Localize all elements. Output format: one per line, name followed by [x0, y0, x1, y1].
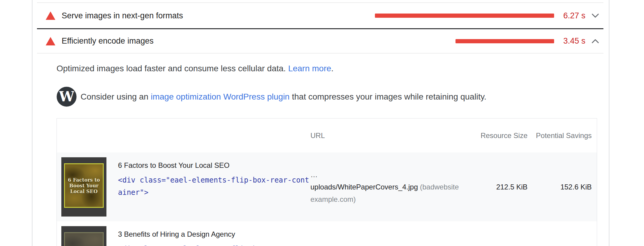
lighthouse-audit-panel: Serve images in next-gen formats 6.27 s … [0, 0, 644, 246]
learn-more-link[interactable]: Learn more [288, 64, 331, 73]
thumbnail-cell: 6 Factors to Boost Your Local SEO [57, 221, 118, 246]
audit-description: Optimized images load faster and consume… [57, 63, 597, 74]
header-resource-size: Resource Size [461, 118, 536, 153]
savings-table: URL Resource Size Potential Savings 6 Fa… [57, 118, 597, 246]
url-cell: … uploads/WhitePaperCovers_4.jpg (badweb… [311, 152, 461, 221]
panel-left-border [32, 0, 32, 246]
sparkline-bar [375, 14, 554, 18]
chevron-down-icon[interactable] [591, 13, 600, 18]
header-thumbnail [57, 118, 118, 153]
audit-list: Serve images in next-gen formats 6.27 s … [37, 2, 603, 54]
image-thumbnail: 6 Factors to Boost Your Local SEO [61, 157, 106, 217]
header-spacer [118, 118, 311, 153]
audit-row-serve-images-next-gen[interactable]: Serve images in next-gen formats 6.27 s [37, 3, 603, 28]
header-url: URL [311, 118, 461, 153]
row-title: 6 Factors to Boost Your Local SEO [118, 159, 311, 171]
potential-savings-cell [536, 221, 597, 246]
panel-right-border [609, 0, 609, 246]
wordpress-icon: W [57, 87, 77, 107]
sparkline-bar [455, 39, 554, 43]
sparkline [375, 39, 554, 43]
warning-triangle-icon [46, 11, 55, 20]
resource-size-cell: 212.5 KiB [461, 152, 536, 221]
url-ellipsis: … [311, 168, 459, 181]
potential-savings-cell: 152.6 KiB [536, 152, 597, 221]
description-text: Optimized images load faster and consume… [57, 64, 288, 73]
svg-text:W: W [59, 88, 75, 105]
row-code-snippet: <div class="eael-elements-flip-box-rear-… [118, 174, 311, 199]
audit-title: Serve images in next-gen formats [62, 11, 183, 20]
thumbnail-caption: 6 Factors to Boost Your Local SEO [67, 177, 101, 194]
wordpress-plugin-link[interactable]: image optimization WordPress plugin [151, 92, 290, 101]
warning-triangle-icon [46, 37, 55, 45]
recommendation-text: Consider using an image optimization Wor… [81, 91, 486, 102]
title-cell: 6 Factors to Boost Your Local SEO <div c… [118, 152, 311, 221]
table-header-row: URL Resource Size Potential Savings [57, 118, 597, 153]
url-cell: … [311, 221, 461, 246]
description-period: . [331, 64, 334, 73]
url-ellipsis: … [311, 239, 459, 246]
chevron-up-icon[interactable] [591, 38, 600, 44]
audit-title: Efficiently encode images [62, 36, 154, 46]
row-title: 3 Benefits of Hiring a Design Agency [118, 228, 311, 240]
recommendation-before: Consider using an [81, 92, 151, 101]
url-path: uploads/WhitePaperCovers_4.jpg [311, 183, 420, 191]
timing-value: 3.45 s [554, 36, 585, 46]
audit-row-efficiently-encode-images[interactable]: Efficiently encode images 3.45 s [37, 29, 603, 53]
resource-size-cell [461, 221, 536, 246]
row-code-snippet: <div class="eael-elements-flip-box-rear-… [118, 243, 311, 246]
timing-value: 6.27 s [554, 11, 585, 20]
recommendation-after: that compresses your images while retain… [290, 92, 486, 101]
table-row: 6 Factors to Boost Your Local SEO 6 Fact… [57, 152, 597, 221]
audit-bottom-divider [37, 53, 603, 54]
table-row: 6 Factors to Boost Your Local SEO 3 Bene… [57, 221, 597, 246]
audit-details: Optimized images load faster and consume… [37, 63, 603, 246]
title-cell: 3 Benefits of Hiring a Design Agency <di… [118, 221, 311, 246]
stack-pack-recommendation: W Consider using an image optimization W… [57, 83, 597, 111]
header-potential-savings: Potential Savings [536, 118, 597, 153]
image-thumbnail-faded: 6 Factors to Boost Your Local SEO [61, 226, 106, 246]
sparkline [375, 14, 554, 18]
thumbnail-cell: 6 Factors to Boost Your Local SEO [57, 152, 118, 221]
